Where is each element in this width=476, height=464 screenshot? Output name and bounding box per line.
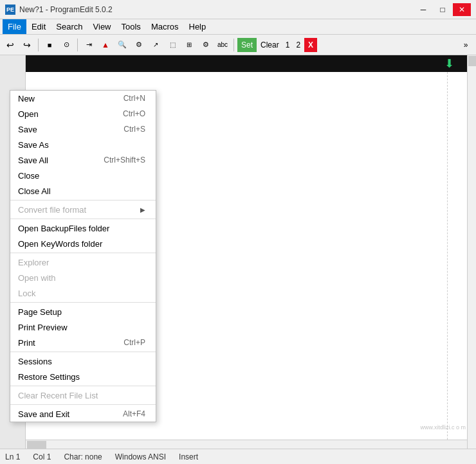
toolbar-btn-5[interactable]: ▲ — [98, 37, 113, 53]
toolbar-btn-11[interactable]: ⚙ — [198, 37, 214, 53]
menu-new-label: New — [18, 94, 35, 103]
menu-open-with-label: Open with — [18, 273, 56, 283]
menu-page-setup[interactable]: Page Setup — [10, 304, 156, 319]
toolbar-btn-4[interactable]: ⇥ — [81, 37, 96, 53]
title-bar: PE New?1 - ProgramEdit 5.0.2 ─ □ ✕ — [0, 0, 476, 19]
status-ln: Ln 1 — [5, 452, 20, 461]
menu-print-shortcut: Ctrl+P — [124, 338, 145, 347]
menu-item-macros[interactable]: Macros — [146, 19, 184, 34]
menu-close-all-label: Close All — [18, 186, 51, 196]
margin-line — [447, 72, 448, 440]
scrollbar-vertical[interactable] — [467, 55, 476, 449]
menu-open-keywords-label: Open KeyWords folder — [18, 239, 102, 249]
close-button[interactable]: ✕ — [453, 3, 471, 16]
menu-explorer-label: Explorer — [18, 258, 49, 267]
menu-print-preview[interactable]: Print Preview — [10, 319, 156, 335]
menu-save-and-exit-shortcut: Alt+F4 — [123, 409, 145, 418]
toolbar-set-button[interactable]: Set — [237, 38, 257, 52]
menu-close[interactable]: Close — [10, 168, 156, 183]
status-encoding: Windows ANSI — [115, 452, 166, 461]
download-arrow-icon: ⬇ — [444, 57, 454, 71]
toolbar-num2: 2 — [293, 40, 303, 49]
menu-convert-format[interactable]: Convert file format ▶ — [10, 202, 156, 217]
menu-save[interactable]: Save Ctrl+S — [10, 121, 156, 137]
menu-separator-2 — [10, 219, 156, 219]
menu-item-help[interactable]: Help — [184, 19, 212, 34]
window-title: New?1 - ProgramEdit 5.0.2 — [19, 5, 113, 14]
menu-save-all-label: Save All — [18, 156, 48, 165]
file-dropdown-menu: New Ctrl+N Open Ctrl+O Save Ctrl+S Save … — [10, 90, 156, 422]
menu-sessions[interactable]: Sessions — [10, 353, 156, 369]
menu-save-label: Save — [18, 125, 37, 134]
menu-explorer: Explorer — [10, 254, 156, 270]
menu-separator-5 — [10, 352, 156, 352]
toolbar-btn-7[interactable]: ⚙ — [131, 37, 147, 53]
menu-print-preview-label: Print Preview — [18, 323, 68, 332]
toolbar-separator-3 — [233, 39, 234, 51]
toolbar-separator-2 — [77, 39, 78, 51]
scrollbar-horizontal[interactable] — [26, 440, 467, 449]
toolbar-btn-10[interactable]: ⊞ — [181, 37, 197, 53]
status-bar: Ln 1 Col 1 Char: none Windows ANSI Inser… — [0, 449, 476, 464]
toolbar-btn-9[interactable]: ⬚ — [165, 37, 180, 53]
toolbar-num1: 1 — [283, 40, 293, 49]
menu-item-view[interactable]: View — [88, 19, 116, 34]
menu-convert-format-label: Convert file format — [18, 205, 86, 215]
submenu-arrow-icon: ▶ — [140, 206, 145, 213]
app-icon: PE — [5, 4, 15, 15]
status-col: Col 1 — [33, 452, 51, 461]
scrollbar-h-thumb[interactable] — [27, 441, 46, 449]
toolbar-clear-button[interactable]: Clear — [258, 38, 282, 52]
menu-open-label: Open — [18, 109, 39, 119]
maximize-button[interactable]: □ — [434, 3, 452, 16]
menu-print[interactable]: Print Ctrl+P — [10, 335, 156, 350]
menu-bar: File Edit Search View Tools Macros Help — [0, 19, 476, 35]
toolbar: ↩ ↪ ■ ⊙ ⇥ ▲ 🔍 ⚙ ↗ ⬚ ⊞ ⚙ abc Set Clear 1 … — [0, 35, 476, 55]
menu-open-shortcut: Ctrl+O — [123, 109, 145, 118]
menu-clear-recent-label: Clear Recent File List — [18, 391, 98, 400]
menu-item-edit[interactable]: Edit — [26, 19, 51, 34]
menu-open-keywords[interactable]: Open KeyWords folder — [10, 236, 156, 251]
toolbar-undo-btn[interactable]: ↩ — [3, 37, 18, 53]
menu-separator-7 — [10, 404, 156, 405]
menu-print-label: Print — [18, 338, 35, 348]
window-controls: ─ □ ✕ — [414, 3, 471, 16]
menu-restore-settings[interactable]: Restore Settings — [10, 369, 156, 384]
editor-header-bar: ⬇ — [26, 55, 467, 72]
menu-save-as-label: Save As — [18, 140, 49, 150]
status-char: Char: none — [64, 452, 102, 461]
toolbar-btn-3[interactable]: ⊙ — [59, 37, 74, 53]
menu-item-search[interactable]: Search — [51, 19, 87, 34]
menu-save-and-exit-label: Save and Exit — [18, 409, 69, 419]
menu-new[interactable]: New Ctrl+N — [10, 91, 156, 106]
menu-save-all[interactable]: Save All Ctrl+Shift+S — [10, 152, 156, 168]
toolbar-btn-2[interactable]: ■ — [42, 37, 57, 53]
menu-close-all[interactable]: Close All — [10, 183, 156, 199]
toolbar-btn-8[interactable]: ↗ — [148, 37, 163, 53]
menu-new-shortcut: Ctrl+N — [124, 94, 145, 103]
toolbar-btn-6[interactable]: 🔍 — [114, 37, 130, 53]
toolbar-redo-btn[interactable]: ↪ — [19, 37, 35, 53]
menu-item-tools[interactable]: Tools — [116, 19, 146, 34]
toolbar-x-button[interactable]: X — [304, 38, 317, 52]
menu-page-setup-label: Page Setup — [18, 307, 62, 317]
menu-save-and-exit[interactable]: Save and Exit Alt+F4 — [10, 406, 156, 422]
menu-separator-3 — [10, 253, 156, 253]
menu-restore-settings-label: Restore Settings — [18, 372, 80, 382]
menu-clear-recent: Clear Recent File List — [10, 388, 156, 403]
menu-sessions-label: Sessions — [18, 357, 52, 366]
watermark: www.xitdlizi.c o m — [420, 424, 466, 431]
scrollbar-v-thumb[interactable] — [468, 56, 476, 66]
toolbar-more-btn[interactable]: » — [458, 37, 473, 53]
menu-close-label: Close — [18, 171, 39, 181]
menu-save-all-shortcut: Ctrl+Shift+S — [104, 156, 145, 165]
toolbar-btn-12[interactable]: abc — [215, 37, 230, 53]
minimize-button[interactable]: ─ — [414, 3, 432, 16]
menu-lock-label: Lock — [18, 289, 35, 298]
menu-save-as[interactable]: Save As — [10, 137, 156, 152]
menu-open[interactable]: Open Ctrl+O — [10, 106, 156, 121]
menu-item-file[interactable]: File — [3, 19, 26, 34]
toolbar-separator-1 — [38, 39, 39, 51]
menu-open-backup[interactable]: Open BackupFiles folder — [10, 220, 156, 236]
menu-open-with: Open with — [10, 270, 156, 285]
